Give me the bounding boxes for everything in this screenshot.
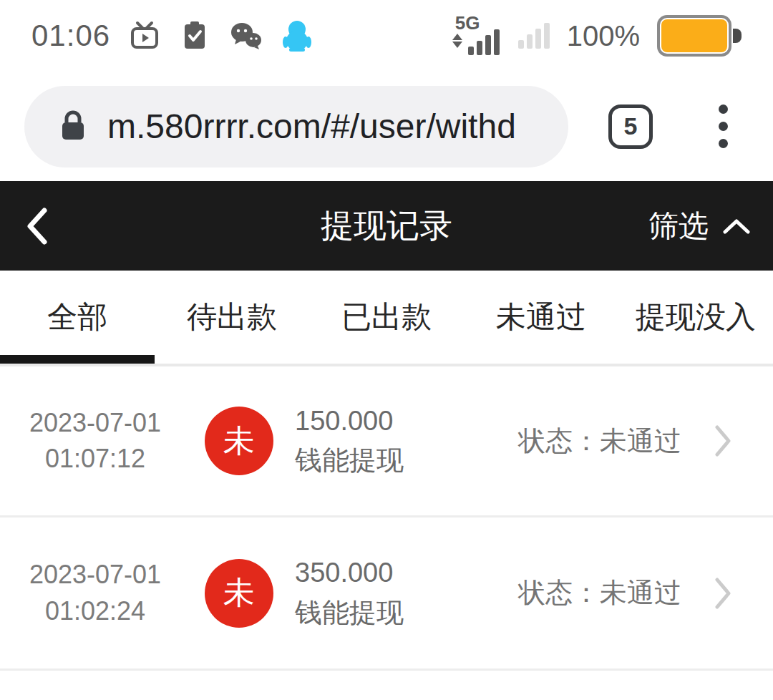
chevron-up-icon bbox=[721, 217, 752, 235]
record-date: 2023-07-01 bbox=[21, 405, 169, 441]
filter-button[interactable]: 筛选 bbox=[648, 206, 752, 246]
record-amount: 150.000 bbox=[295, 402, 474, 441]
record-method: 钱能提现 bbox=[295, 593, 474, 633]
url-text: m.580rrrr.com/#/user/withd bbox=[107, 107, 516, 146]
record-date: 2023-07-01 bbox=[21, 557, 169, 593]
record-amount-block: 350.000 钱能提现 bbox=[295, 553, 474, 632]
tab-pending-payout[interactable]: 待出款 bbox=[155, 271, 309, 364]
record-datetime: 2023-07-01 01:02:24 bbox=[21, 557, 169, 629]
record-row[interactable]: 2023-07-01 01:02:24 未 350.000 钱能提现 状态：未通… bbox=[0, 517, 773, 669]
browser-toolbar: m.580rrrr.com/#/user/withd 5 bbox=[0, 72, 773, 181]
tab-all[interactable]: 全部 bbox=[0, 271, 155, 364]
browser-menu-button[interactable] bbox=[714, 100, 732, 152]
filter-label: 筛选 bbox=[648, 206, 709, 246]
lock-icon bbox=[57, 108, 89, 145]
tab-switcher-button[interactable]: 5 bbox=[608, 104, 653, 149]
tab-count: 5 bbox=[624, 112, 638, 140]
record-status: 状态：未通过 bbox=[518, 423, 681, 460]
status-badge: 未 bbox=[205, 559, 273, 628]
battery-percent: 100% bbox=[567, 20, 640, 52]
record-datetime: 2023-07-01 01:07:12 bbox=[21, 405, 169, 477]
chevron-right-icon bbox=[713, 423, 733, 459]
back-button[interactable] bbox=[21, 194, 72, 258]
wechat-icon bbox=[229, 20, 263, 52]
row-divider bbox=[0, 669, 773, 671]
record-amount-block: 150.000 钱能提现 bbox=[295, 402, 474, 480]
tab-rejected[interactable]: 未通过 bbox=[464, 271, 618, 364]
status-badge: 未 bbox=[205, 407, 273, 475]
record-time: 01:07:12 bbox=[21, 441, 169, 477]
signal-5g-icon: 5G bbox=[451, 15, 505, 57]
qq-icon bbox=[282, 19, 312, 52]
app-header: 提现记录 筛选 bbox=[0, 181, 773, 271]
tv-icon bbox=[129, 20, 160, 52]
signal-bars-sim1-icon bbox=[468, 29, 500, 55]
record-row[interactable]: 2023-07-01 01:07:12 未 150.000 钱能提现 状态：未通… bbox=[0, 366, 773, 515]
chevron-right-icon bbox=[713, 575, 733, 611]
tasks-check-icon bbox=[179, 20, 210, 52]
status-bar: 01:06 bbox=[0, 0, 773, 72]
signal-bars-sim2-icon bbox=[518, 23, 550, 49]
clock-time: 01:06 bbox=[31, 19, 110, 53]
tab-withdraw-not-received[interactable]: 提现没入 bbox=[618, 271, 773, 364]
record-status: 状态：未通过 bbox=[518, 575, 681, 611]
phone-screen: 01:06 bbox=[0, 0, 773, 700]
url-bar[interactable]: m.580rrrr.com/#/user/withd bbox=[24, 86, 568, 167]
filter-tab-bar: 全部 待出款 已出款 未通过 提现没入 bbox=[0, 271, 773, 366]
tab-paid-out[interactable]: 已出款 bbox=[309, 271, 464, 364]
record-amount: 350.000 bbox=[295, 553, 474, 593]
battery-icon bbox=[657, 15, 742, 57]
data-activity-arrows-icon bbox=[452, 34, 462, 48]
record-list: 2023-07-01 01:07:12 未 150.000 钱能提现 状态：未通… bbox=[0, 366, 773, 671]
record-time: 01:02:24 bbox=[21, 593, 169, 629]
record-method: 钱能提现 bbox=[295, 441, 474, 480]
chevron-left-icon bbox=[21, 205, 53, 247]
active-tab-underline bbox=[0, 355, 155, 364]
